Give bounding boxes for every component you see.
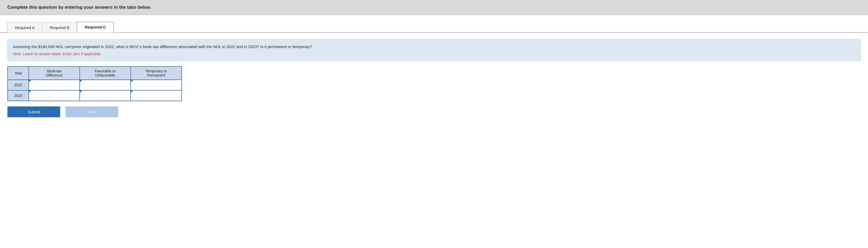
col-header-year: Year (8, 67, 29, 80)
favorable-cell-2023[interactable] (80, 90, 131, 101)
tab-required-b[interactable]: Required B (42, 23, 77, 32)
booktax-input-2023[interactable] (29, 91, 80, 101)
submit-button[interactable]: Submit (7, 106, 60, 117)
year-cell-2022: 2022 (8, 80, 29, 90)
header-bar: Complete this question by entering your … (0, 0, 868, 15)
temporary-cell-2022[interactable] (131, 80, 182, 90)
tab-required-a[interactable]: Required A (7, 23, 42, 32)
col-header-booktax: Book-taxDifference (29, 67, 80, 80)
year-cell-2023: 2023 (8, 90, 29, 101)
temporary-input-2022[interactable] (131, 80, 181, 90)
buttons-row: Submit Hint (7, 106, 861, 117)
tabs-area: Required A Required B Required C (0, 15, 868, 33)
favorable-input-2022[interactable] (80, 80, 130, 90)
favorable-cell-2022[interactable] (80, 80, 131, 90)
header-instruction: Complete this question by entering your … (7, 5, 151, 10)
data-table: Year Book-taxDifference Favorable orUnfa… (7, 66, 182, 101)
question-box: Assuming the $180,000 NOL carryover orig… (7, 39, 861, 61)
col-header-temporary: Temporary orPermanent (131, 67, 182, 80)
content-area: Assuming the $180,000 NOL carryover orig… (0, 33, 868, 128)
table-row: 2023 (8, 90, 182, 101)
question-text: Assuming the $180,000 NOL carryover orig… (13, 43, 855, 50)
note-text: Note: Leave no answer blank. Enter zero … (13, 51, 855, 57)
temporary-cell-2023[interactable] (131, 90, 182, 101)
booktax-input-2022[interactable] (29, 80, 80, 90)
col-header-favorable: Favorable orUnfavorable (80, 67, 131, 80)
booktax-cell-2023[interactable] (29, 90, 80, 101)
favorable-input-2023[interactable] (80, 91, 130, 101)
booktax-cell-2022[interactable] (29, 80, 80, 90)
table-row: 2022 (8, 80, 182, 90)
hint-button[interactable]: Hint (65, 106, 118, 117)
page-wrapper: Complete this question by entering your … (0, 0, 868, 128)
temporary-input-2023[interactable] (131, 91, 181, 101)
tab-required-c[interactable]: Required C (77, 22, 114, 32)
